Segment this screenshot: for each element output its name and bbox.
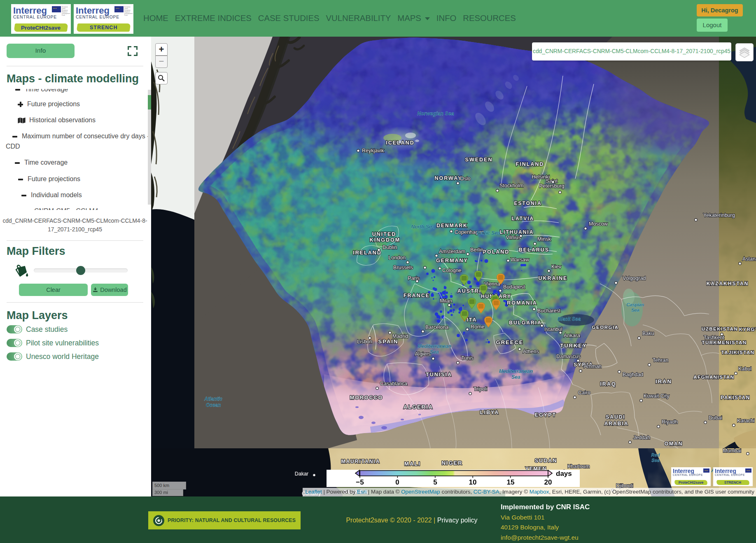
svg-text:Black Sea: Black Sea bbox=[558, 316, 581, 322]
svg-text:KINGDOM: KINGDOM bbox=[370, 237, 400, 243]
svg-text:Reykjavik: Reykjavik bbox=[362, 148, 384, 154]
svg-text:ROMANIA: ROMANIA bbox=[507, 300, 537, 306]
svg-text:AUSTRI: AUSTRI bbox=[457, 288, 482, 294]
svg-text:Moscow: Moscow bbox=[589, 221, 608, 227]
svg-text:TURKMENISTAN: TURKMENISTAN bbox=[702, 340, 747, 345]
svg-text:Volgograd: Volgograd bbox=[623, 275, 646, 281]
svg-text:TURKEY: TURKEY bbox=[560, 343, 587, 349]
svg-text:SUDAN: SUDAN bbox=[535, 458, 557, 464]
svg-text:15: 15 bbox=[507, 478, 515, 486]
svg-text:BULGARIA: BULGARIA bbox=[509, 320, 541, 326]
svg-text:EGYPT: EGYPT bbox=[535, 412, 556, 418]
svg-text:Stockholm: Stockholm bbox=[499, 183, 523, 189]
svg-text:IRAN: IRAN bbox=[656, 378, 672, 385]
svg-text:IRELAND: IRELAND bbox=[353, 250, 382, 256]
svg-text:Yekaterinburg: Yekaterinburg bbox=[703, 212, 735, 218]
svg-text:Norwegian Sea: Norwegian Sea bbox=[417, 111, 454, 117]
svg-text:POLAND: POLAND bbox=[483, 249, 510, 255]
svg-text:GREECE: GREECE bbox=[496, 339, 524, 345]
svg-text:Karachi: Karachi bbox=[737, 418, 754, 424]
svg-text:Barcelona: Barcelona bbox=[425, 324, 448, 330]
svg-text:KAZAKHSTAN: KAZAKHSTAN bbox=[707, 281, 749, 287]
svg-text:LIBYA: LIBYA bbox=[480, 410, 499, 415]
svg-text:LATVIA: LATVIA bbox=[512, 216, 534, 221]
svg-text:Damascus: Damascus bbox=[556, 354, 581, 359]
svg-text:Astana: Astana bbox=[742, 256, 756, 262]
svg-text:UZBEKISTAN: UZBEKISTAN bbox=[702, 326, 738, 331]
svg-text:Cologne: Cologne bbox=[442, 268, 462, 273]
svg-text:Amman: Amman bbox=[584, 364, 602, 369]
svg-text:Berlin: Berlin bbox=[470, 247, 483, 253]
svg-text:Bucharest: Bucharest bbox=[537, 308, 561, 314]
svg-text:Riyadh: Riyadh bbox=[662, 419, 678, 425]
svg-text:Sea: Sea bbox=[651, 458, 660, 463]
svg-text:Brussels: Brussels bbox=[393, 265, 413, 270]
svg-text:Budapest: Budapest bbox=[503, 284, 525, 290]
svg-text:Caspian: Caspian bbox=[627, 302, 644, 307]
svg-text:Madrid: Madrid bbox=[392, 333, 408, 339]
svg-text:Dakar: Dakar bbox=[295, 471, 308, 477]
svg-text:Cairo: Cairo bbox=[578, 390, 590, 396]
svg-text:−5: −5 bbox=[356, 478, 364, 486]
svg-text:Baku: Baku bbox=[642, 331, 654, 336]
svg-text:Mumbai: Mumbai bbox=[723, 448, 741, 454]
svg-text:IRAQ: IRAQ bbox=[600, 381, 616, 387]
svg-text:Athens: Athens bbox=[523, 349, 539, 354]
svg-text:Casablanca: Casablanca bbox=[380, 381, 407, 387]
svg-text:London: London bbox=[388, 255, 406, 261]
svg-text:NORWAY: NORWAY bbox=[435, 175, 462, 181]
svg-text:KYRGY: KYRGY bbox=[739, 327, 756, 332]
svg-text:Ocean: Ocean bbox=[206, 402, 221, 408]
svg-text:Baghdad: Baghdad bbox=[623, 372, 643, 378]
svg-text:MAURITANIA: MAURITANIA bbox=[341, 459, 380, 464]
svg-text:LITHUANIA: LITHUANIA bbox=[500, 229, 534, 235]
svg-text:TAJIKISTAN: TAJIKISTAN bbox=[721, 350, 754, 355]
svg-text:Algiers: Algiers bbox=[415, 351, 431, 357]
svg-text:Tunis: Tunis bbox=[461, 355, 474, 361]
svg-text:ALGERIA: ALGERIA bbox=[404, 404, 434, 410]
svg-text:NIGER: NIGER bbox=[441, 460, 462, 466]
svg-text:Rome: Rome bbox=[471, 324, 484, 330]
svg-text:Tripoli: Tripoli bbox=[474, 386, 488, 392]
svg-text:Vilnius: Vilnius bbox=[506, 235, 521, 240]
svg-text:Kabul: Kabul bbox=[738, 366, 751, 372]
svg-text:Tehran: Tehran bbox=[653, 357, 668, 363]
svg-text:Red: Red bbox=[651, 452, 660, 457]
svg-text:Sea: Sea bbox=[430, 349, 439, 355]
svg-text:ARABIA: ARABIA bbox=[604, 421, 629, 426]
svg-text:Baltic Sea: Baltic Sea bbox=[476, 230, 500, 236]
svg-text:ESTONIA: ESTONIA bbox=[514, 200, 541, 206]
svg-text:GERMANY: GERMANY bbox=[436, 258, 468, 263]
svg-text:SPAIN: SPAIN bbox=[378, 338, 399, 345]
svg-text:Jeddah: Jeddah bbox=[633, 435, 650, 440]
svg-text:Petersburg: Petersburg bbox=[539, 183, 564, 189]
svg-text:FRANCE: FRANCE bbox=[404, 293, 430, 298]
svg-text:OMAN: OMAN bbox=[665, 441, 683, 447]
svg-text:Kuwait City: Kuwait City bbox=[644, 393, 670, 399]
svg-text:Atlantic: Atlantic bbox=[204, 396, 222, 402]
svg-text:GEORGIA: GEORGIA bbox=[592, 325, 619, 330]
svg-text:Kiev: Kiev bbox=[551, 264, 562, 270]
svg-text:Dubai: Dubai bbox=[709, 415, 722, 421]
svg-text:UKRAINE: UKRAINE bbox=[539, 275, 568, 281]
svg-text:MALI: MALI bbox=[404, 461, 421, 467]
svg-text:ITA: ITA bbox=[467, 317, 477, 323]
svg-text:FINLAND: FINLAND bbox=[516, 161, 544, 167]
svg-text:PAKISTAN: PAKISTAN bbox=[721, 395, 750, 401]
svg-text:SAUDI: SAUDI bbox=[606, 414, 625, 420]
svg-text:Ankara: Ankara bbox=[564, 333, 580, 338]
svg-text:Sea: Sea bbox=[511, 374, 520, 380]
svg-text:10: 10 bbox=[469, 478, 477, 486]
svg-text:Khartoum: Khartoum bbox=[567, 464, 590, 469]
svg-text:SWEDEN: SWEDEN bbox=[465, 157, 493, 163]
svg-text:0: 0 bbox=[395, 478, 399, 486]
svg-text:5: 5 bbox=[433, 478, 437, 486]
svg-text:Sea: Sea bbox=[631, 308, 639, 312]
svg-text:AFGHANISTAN: AFGHANISTAN bbox=[693, 375, 734, 380]
svg-text:ICELAND: ICELAND bbox=[386, 140, 415, 146]
svg-text:Milan: Milan bbox=[440, 298, 452, 304]
svg-text:DENMARK: DENMARK bbox=[436, 223, 467, 228]
svg-text:Dublin: Dublin bbox=[383, 245, 397, 250]
svg-text:Mediterranean: Mediterranean bbox=[418, 343, 451, 349]
svg-text:Minsk: Minsk bbox=[537, 236, 551, 242]
